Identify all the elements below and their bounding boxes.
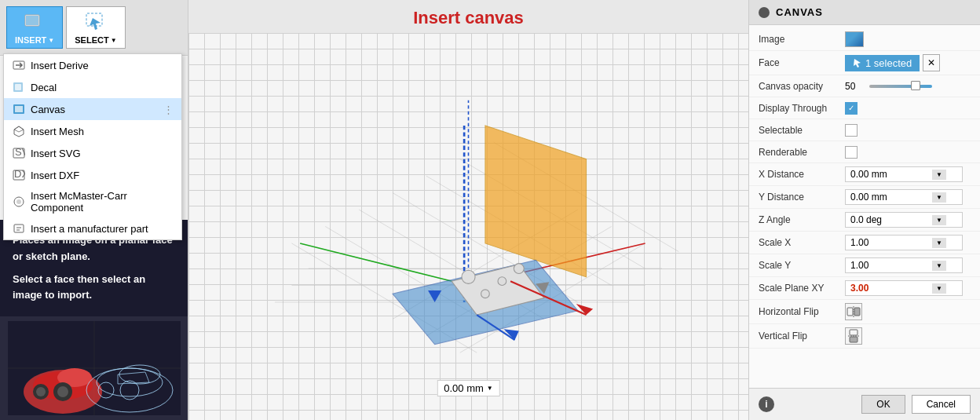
prop-value-scale-plane-xy: ▼	[845, 280, 971, 296]
panel-footer: i OK Cancel	[749, 388, 980, 420]
viewport: 0.00 mm ▼	[188, 33, 748, 420]
scale-x-dropdown[interactable]: ▼	[932, 238, 946, 248]
horizontal-flip-button[interactable]	[845, 303, 862, 320]
z-angle-dropdown[interactable]: ▼	[932, 215, 946, 225]
scale-y-field[interactable]: ▼	[845, 257, 963, 273]
menu-item-canvas[interactable]: Canvas ⋮	[4, 98, 181, 120]
x-distance-field[interactable]: ▼	[845, 166, 963, 182]
prop-row-y-distance: Y Distance ▼	[749, 186, 980, 209]
prop-label-x-distance: X Distance	[759, 169, 845, 180]
menu-label-insert-mesh: Insert Mesh	[31, 126, 174, 137]
insert-menu: Insert Derive Decal Canvas ⋮ Insert Mesh…	[3, 53, 182, 240]
svg-point-27	[36, 387, 46, 396]
toolbar: INSERT ▼ SELECT ▼	[0, 0, 188, 56]
prop-row-z-angle: Z Angle ▼	[749, 209, 980, 232]
select-label: SELECT	[75, 35, 108, 45]
prop-value-face: 1 selected ✕	[845, 54, 971, 71]
prop-label-image: Image	[759, 34, 845, 45]
z-angle-input[interactable]	[846, 213, 932, 227]
opacity-slider-thumb[interactable]	[911, 81, 920, 90]
menu-item-insert-svg[interactable]: SVG Insert SVG	[4, 142, 181, 164]
renderable-checkbox[interactable]	[845, 146, 858, 159]
menu-item-insert-dxf[interactable]: DXF Insert DXF	[4, 164, 181, 186]
left-panel: INSERT ▼ SELECT ▼ Insert Derive	[0, 0, 188, 420]
menu-item-insert-mesh[interactable]: Insert Mesh	[4, 120, 181, 142]
preview-line2: Select a face then select an image to im…	[13, 272, 175, 305]
panel-close-icon[interactable]	[759, 7, 770, 18]
derive-icon	[12, 58, 26, 72]
right-panel: CANVAS Image Face 1 selected ✕ Canvas op…	[748, 0, 980, 420]
svg-line-47	[300, 243, 468, 286]
prop-row-display-through: Display Through ✓	[749, 97, 980, 119]
svg-point-25	[57, 386, 68, 397]
vertical-flip-button[interactable]	[845, 327, 862, 345]
svg-text:SVG: SVG	[15, 147, 25, 158]
select-button[interactable]: SELECT ▼	[66, 6, 125, 49]
measure-dropdown-icon[interactable]: ▼	[487, 385, 493, 392]
page-title: Insert canvas	[413, 0, 524, 33]
prop-value-z-angle: ▼	[845, 212, 971, 228]
prop-value-horizontal-flip	[845, 303, 971, 320]
menu-label-insert-derive: Insert Derive	[31, 60, 174, 71]
prop-row-horizontal-flip: Horizontal Flip	[749, 300, 980, 324]
menu-item-decal[interactable]: Decal	[4, 76, 181, 98]
canvas-preview-area: Places an image on a planar face or sket…	[0, 220, 188, 420]
svg-rect-1	[26, 16, 38, 25]
opacity-slider-track[interactable]	[869, 85, 932, 88]
prop-value-renderable	[845, 146, 971, 159]
x-distance-input[interactable]	[846, 167, 932, 181]
face-clear-button[interactable]: ✕	[923, 54, 940, 71]
prop-label-scale-plane-xy: Scale Plane XY	[759, 283, 845, 294]
mesh-icon	[12, 124, 26, 138]
z-angle-field[interactable]: ▼	[845, 212, 963, 228]
prop-value-image	[845, 31, 971, 47]
measure-value: 0.00 mm	[444, 382, 484, 394]
svg-marker-3	[90, 18, 101, 30]
scale-y-input[interactable]	[846, 258, 932, 272]
cancel-button[interactable]: Cancel	[912, 395, 971, 414]
scale-y-dropdown[interactable]: ▼	[932, 261, 946, 271]
y-distance-dropdown[interactable]: ▼	[932, 192, 946, 203]
scale-x-field[interactable]: ▼	[845, 235, 963, 250]
svg-point-16	[16, 199, 21, 204]
y-distance-field[interactable]: ▼	[845, 189, 963, 205]
face-selected-label: 1 selected	[865, 57, 912, 69]
info-icon[interactable]: i	[759, 396, 774, 412]
ok-button[interactable]: OK	[861, 395, 905, 414]
select-icon	[83, 10, 108, 35]
prop-value-x-distance: ▼	[845, 166, 971, 182]
prop-label-scale-y: Scale Y	[759, 260, 845, 271]
scale-x-input[interactable]	[846, 236, 932, 250]
prop-label-canvas-opacity: Canvas opacity	[759, 81, 845, 92]
display-through-checkbox[interactable]: ✓	[845, 102, 858, 115]
scale-plane-xy-field[interactable]: ▼	[845, 280, 963, 296]
menu-item-insert-mcmaster[interactable]: Insert McMaster-Carr Component	[4, 186, 181, 217]
insert-button[interactable]: INSERT ▼	[6, 6, 63, 49]
svg-point-60	[514, 264, 524, 274]
preview-image	[0, 316, 188, 420]
image-thumbnail[interactable]	[845, 31, 864, 47]
scale-plane-xy-input[interactable]	[846, 281, 932, 295]
x-distance-dropdown[interactable]: ▼	[932, 170, 946, 180]
vertical-flip-icon	[847, 329, 861, 343]
svg-rect-67	[850, 330, 858, 335]
svg-rect-6	[15, 84, 21, 90]
prop-value-scale-x: ▼	[845, 235, 971, 250]
menu-item-insert-derive[interactable]: Insert Derive	[4, 54, 181, 76]
measure-badge: 0.00 mm ▼	[437, 380, 500, 396]
face-select-button[interactable]: 1 selected	[845, 55, 920, 71]
svg-rect-64	[847, 308, 853, 316]
opacity-value: 50	[845, 81, 865, 92]
prop-row-canvas-opacity: Canvas opacity 50	[749, 75, 980, 97]
prop-row-scale-x: Scale X ▼	[749, 232, 980, 254]
selectable-checkbox[interactable]	[845, 124, 858, 137]
prop-label-display-through: Display Through	[759, 103, 845, 114]
y-distance-input[interactable]	[846, 190, 932, 204]
prop-row-face: Face 1 selected ✕	[749, 51, 980, 75]
prop-row-x-distance: X Distance ▼	[749, 163, 980, 186]
select-dropdown-arrow: ▼	[111, 37, 117, 44]
scale-plane-xy-dropdown[interactable]: ▼	[932, 283, 946, 294]
menu-item-insert-manufacturer[interactable]: Insert a manufacturer part	[4, 217, 181, 239]
horizontal-flip-icon	[847, 305, 861, 319]
insert-dropdown-arrow: ▼	[48, 37, 54, 44]
